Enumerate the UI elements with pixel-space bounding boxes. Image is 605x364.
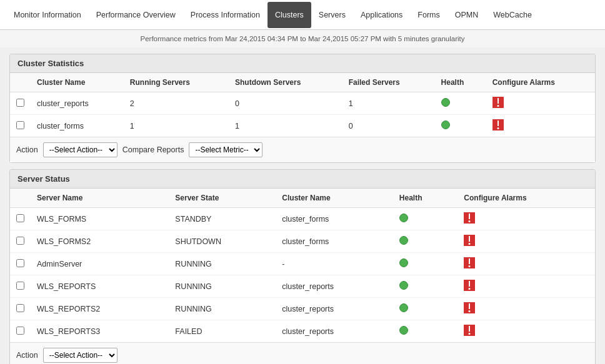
server-col-cluster: Cluster Name bbox=[276, 189, 393, 208]
server-row-alarms bbox=[458, 275, 595, 298]
health-indicator bbox=[441, 121, 450, 129]
server-row-name: WLS_REPORTS bbox=[31, 275, 169, 298]
cluster-compare-label: Compare Reports bbox=[122, 145, 184, 154]
cluster-row-alarms bbox=[486, 92, 595, 115]
subtitle-text: Performance metrics from Mar 24,2015 04:… bbox=[140, 35, 464, 42]
server-row-checkbox bbox=[10, 208, 31, 230]
cluster-section: Cluster Statistics Cluster Name Running … bbox=[9, 54, 596, 163]
alarm-icon[interactable] bbox=[464, 257, 475, 268]
server-row-state: FAILED bbox=[169, 320, 276, 343]
health-indicator bbox=[399, 326, 408, 335]
server-checkbox-3[interactable] bbox=[16, 282, 24, 290]
main-nav: Monitor InformationPerformance OverviewP… bbox=[0, 0, 605, 30]
cluster-header-checkbox bbox=[10, 73, 31, 92]
alarm-icon[interactable] bbox=[464, 280, 475, 291]
server-row-alarms bbox=[458, 253, 595, 275]
server-table-row: WLS_REPORTS RUNNING cluster_reports bbox=[10, 275, 595, 298]
server-row-health bbox=[393, 253, 458, 275]
health-indicator bbox=[399, 303, 408, 312]
nav-item-applications[interactable]: Applications bbox=[353, 2, 410, 28]
nav-item-opmn[interactable]: OPMN bbox=[448, 2, 486, 28]
server-row-cluster: cluster_reports bbox=[276, 320, 393, 343]
server-action-bar: Action --Select Action-- bbox=[10, 342, 595, 364]
cluster-col-alarms: Configure Alarms bbox=[486, 73, 595, 92]
nav-item-clusters[interactable]: Clusters bbox=[268, 2, 311, 28]
server-row-name: WLS_REPORTS2 bbox=[31, 298, 169, 320]
nav-item-process-information[interactable]: Process Information bbox=[183, 2, 268, 28]
server-row-cluster: cluster_reports bbox=[276, 275, 393, 298]
alarm-icon[interactable] bbox=[464, 325, 475, 336]
alarm-icon[interactable] bbox=[464, 302, 475, 313]
cluster-row-name: cluster_reports bbox=[31, 92, 124, 115]
server-action-label: Action bbox=[16, 351, 38, 360]
cluster-table-row: cluster_reports 2 0 1 bbox=[10, 92, 595, 115]
server-row-health bbox=[393, 320, 458, 343]
nav-item-performance-overview[interactable]: Performance Overview bbox=[89, 2, 183, 28]
server-row-name: AdminServer bbox=[31, 253, 169, 275]
server-table: Server Name Server State Cluster Name He… bbox=[10, 189, 595, 342]
cluster-row-health bbox=[435, 92, 486, 115]
cluster-checkbox-0[interactable] bbox=[16, 99, 24, 107]
server-row-state: RUNNING bbox=[169, 275, 276, 298]
health-indicator bbox=[399, 281, 408, 290]
server-row-alarms bbox=[458, 298, 595, 320]
alarm-icon[interactable] bbox=[492, 119, 504, 130]
server-row-alarms bbox=[458, 230, 595, 253]
server-row-name: WLS_FORMS bbox=[31, 208, 169, 230]
alarm-icon[interactable] bbox=[464, 212, 475, 224]
server-row-cluster: - bbox=[276, 253, 393, 275]
server-row-state: RUNNING bbox=[169, 298, 276, 320]
nav-item-servers[interactable]: Servers bbox=[311, 2, 353, 28]
server-col-name: Server Name bbox=[31, 189, 169, 208]
server-col-health: Health bbox=[393, 189, 458, 208]
server-row-name: WLS_REPORTS3 bbox=[31, 320, 169, 343]
server-checkbox-4[interactable] bbox=[16, 304, 24, 312]
cluster-row-checkbox bbox=[10, 115, 31, 137]
server-row-state: STANDBY bbox=[169, 208, 276, 230]
server-action-select[interactable]: --Select Action-- bbox=[43, 348, 118, 363]
server-row-alarms bbox=[458, 208, 595, 230]
server-checkbox-5[interactable] bbox=[16, 327, 24, 335]
cluster-row-checkbox bbox=[10, 92, 31, 115]
cluster-action-bar: Action --Select Action-- Compare Reports… bbox=[10, 137, 595, 162]
server-table-row: AdminServer RUNNING - bbox=[10, 253, 595, 275]
alarm-icon[interactable] bbox=[464, 235, 475, 246]
cluster-row-shutdown: 0 bbox=[229, 92, 342, 115]
server-row-checkbox bbox=[10, 320, 31, 343]
server-row-state: SHUTDOWN bbox=[169, 230, 276, 253]
server-header-checkbox bbox=[10, 189, 31, 208]
health-indicator bbox=[399, 258, 408, 267]
cluster-section-title: Cluster Statistics bbox=[10, 54, 595, 73]
cluster-row-running: 2 bbox=[124, 92, 229, 115]
cluster-col-running: Running Servers bbox=[124, 73, 229, 92]
nav-item-forms[interactable]: Forms bbox=[410, 2, 447, 28]
cluster-row-shutdown: 1 bbox=[229, 115, 342, 137]
cluster-table-row: cluster_forms 1 1 0 bbox=[10, 115, 595, 137]
cluster-row-health bbox=[435, 115, 486, 137]
cluster-col-health: Health bbox=[435, 73, 486, 92]
server-checkbox-0[interactable] bbox=[16, 214, 24, 222]
server-table-row: WLS_REPORTS2 RUNNING cluster_reports bbox=[10, 298, 595, 320]
subtitle-bar: Performance metrics from Mar 24,2015 04:… bbox=[0, 30, 605, 47]
alarm-icon[interactable] bbox=[492, 97, 504, 108]
cluster-col-name: Cluster Name bbox=[31, 73, 124, 92]
server-col-alarms: Configure Alarms bbox=[458, 189, 595, 208]
cluster-metric-select[interactable]: --Select Metric-- bbox=[189, 142, 262, 157]
cluster-table: Cluster Name Running Servers Shutdown Se… bbox=[10, 73, 595, 137]
cluster-col-shutdown: Shutdown Servers bbox=[229, 73, 342, 92]
server-table-row: WLS_FORMS STANDBY cluster_forms bbox=[10, 208, 595, 230]
server-row-checkbox bbox=[10, 230, 31, 253]
cluster-checkbox-1[interactable] bbox=[16, 121, 24, 129]
server-checkbox-2[interactable] bbox=[16, 259, 24, 267]
cluster-row-failed: 1 bbox=[342, 92, 435, 115]
server-table-header: Server Name Server State Cluster Name He… bbox=[10, 189, 595, 208]
server-row-alarms bbox=[458, 320, 595, 343]
server-row-health bbox=[393, 208, 458, 230]
server-table-row: WLS_FORMS2 SHUTDOWN cluster_forms bbox=[10, 230, 595, 253]
nav-item-monitor-information[interactable]: Monitor Information bbox=[6, 2, 89, 28]
nav-item-webcache[interactable]: WebCache bbox=[486, 2, 539, 28]
server-checkbox-1[interactable] bbox=[16, 237, 24, 245]
cluster-row-name: cluster_forms bbox=[31, 115, 124, 137]
server-row-cluster: cluster_reports bbox=[276, 298, 393, 320]
cluster-action-select[interactable]: --Select Action-- bbox=[43, 142, 118, 157]
